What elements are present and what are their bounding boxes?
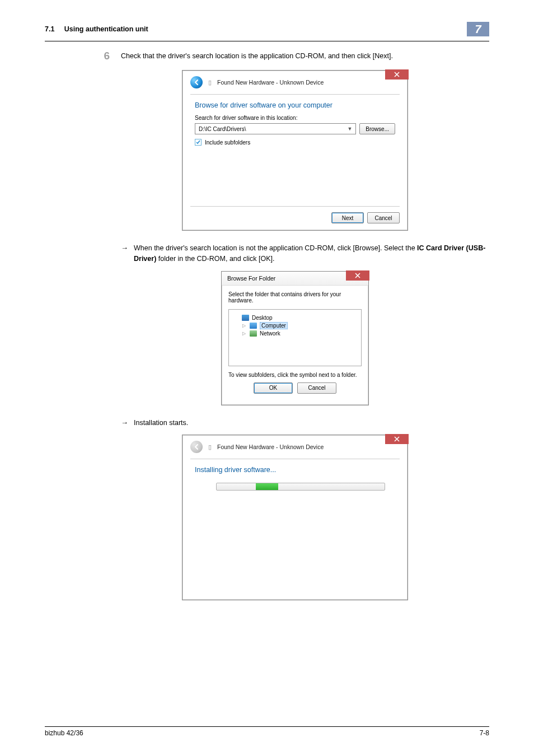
close-button[interactable] <box>346 270 369 281</box>
back-icon[interactable] <box>190 76 203 88</box>
dialog-title: Found New Hardware - Unknown Device <box>217 79 324 86</box>
dialog-title: Found New Hardware - Unknown Device <box>217 444 324 450</box>
step-6: 6 Check that the driver's search locatio… <box>101 52 489 62</box>
cancel-button[interactable]: Cancel <box>367 212 400 223</box>
network-icon <box>250 330 257 337</box>
back-icon-disabled <box>190 441 203 453</box>
substep-installation: → Installation starts. <box>101 418 489 428</box>
include-subfolders-label: Include subfolders <box>205 139 250 146</box>
ok-button[interactable]: OK <box>254 382 293 394</box>
chapter-number: 7 <box>475 23 481 36</box>
expand-icon[interactable]: ▷ <box>242 331 247 336</box>
browse-button[interactable]: Browse... <box>359 123 395 134</box>
section-title: Using authentication unit <box>64 25 148 33</box>
tree-item-computer[interactable]: ▷ Computer <box>235 321 355 330</box>
arrow-icon: → <box>121 244 128 252</box>
substep-browse: → When the driver's search location is n… <box>101 243 489 264</box>
browse-driver-dialog: ▯ Found New Hardware - Unknown Device Br… <box>182 70 408 231</box>
computer-icon <box>250 323 257 329</box>
footer-product: bizhub 42/36 <box>45 729 83 737</box>
progress-bar <box>216 483 385 491</box>
page-footer: bizhub 42/36 7-8 <box>45 726 489 737</box>
desktop-icon <box>242 315 249 321</box>
include-subfolders-checkbox[interactable] <box>195 139 202 146</box>
footer-page-number: 7-8 <box>480 729 489 737</box>
substep-text: When the driver's search location is not… <box>134 243 489 264</box>
next-button[interactable]: Next <box>331 212 364 223</box>
installing-dialog: ▯ Found New Hardware - Unknown Device In… <box>182 435 408 600</box>
step-text: Check that the driver's search location … <box>121 52 393 62</box>
cancel-button[interactable]: Cancel <box>297 382 336 394</box>
tree-item-desktop[interactable]: Desktop <box>235 314 355 321</box>
arrow-icon: → <box>121 418 128 427</box>
section-number: 7.1 <box>45 25 54 33</box>
step-number: 6 <box>101 50 110 62</box>
search-location-value: D:\IC Card\Drivers\ <box>199 126 246 132</box>
progress-indicator <box>256 483 278 490</box>
chapter-badge: 7 <box>467 22 489 36</box>
page-header: 7.1 Using authentication unit 7 <box>45 25 489 41</box>
folder-tree[interactable]: Desktop ▷ Computer ▷ Network <box>228 309 362 366</box>
dialog-heading: Browse for driver software on your compu… <box>182 95 407 115</box>
close-button[interactable] <box>385 69 409 80</box>
dialog-heading: Installing driver software... <box>182 459 407 480</box>
dialog-message: Select the folder that contains drivers … <box>228 291 362 304</box>
search-location-label: Search for driver software in this locat… <box>195 115 395 121</box>
close-button[interactable] <box>385 434 409 444</box>
selected-item: Computer <box>260 322 288 329</box>
search-location-combo[interactable]: D:\IC Card\Drivers\ ▼ <box>195 123 356 134</box>
browse-for-folder-dialog: Browse For Folder Select the folder that… <box>221 271 369 405</box>
expand-icon[interactable]: ▷ <box>242 323 247 328</box>
chevron-down-icon: ▼ <box>347 126 352 132</box>
substep-text: Installation starts. <box>134 418 188 428</box>
tree-item-network[interactable]: ▷ Network <box>235 330 355 337</box>
section-heading: 7.1 Using authentication unit <box>45 25 148 33</box>
dialog-hint: To view subfolders, click the symbol nex… <box>228 372 362 378</box>
